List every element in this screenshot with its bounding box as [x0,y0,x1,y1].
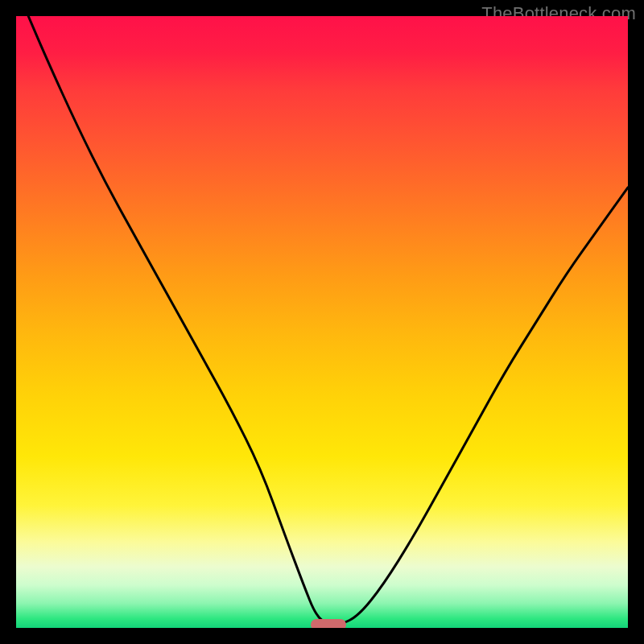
curve-path [28,16,628,625]
chart-stage: TheBottleneck.com [0,0,644,644]
bottleneck-curve [16,16,628,628]
plot-area [16,16,628,628]
minimum-marker [311,619,346,628]
